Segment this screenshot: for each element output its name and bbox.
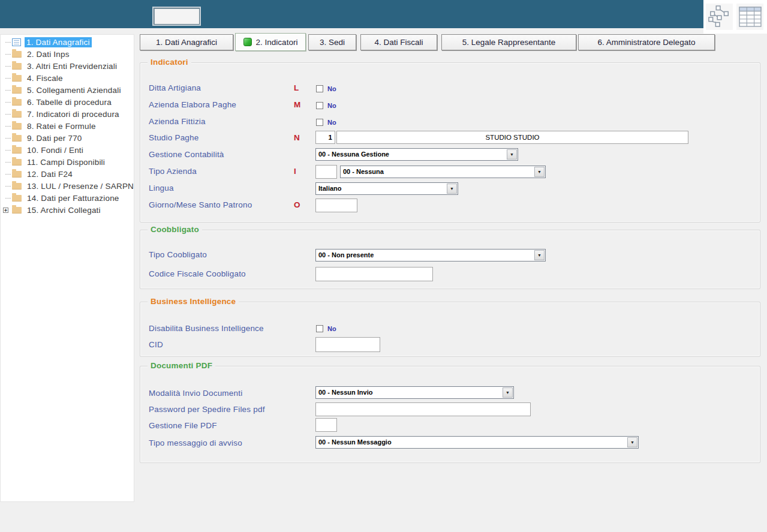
tab-5[interactable]: 5. Legale Rappresentante [441, 34, 576, 50]
folder-icon [12, 99, 22, 106]
tree-item-3[interactable]: 3. Altri Enti Previdenziali [1, 60, 134, 72]
section-indicatori: Indicatori Ditta Artigiana L No Azienda … [140, 62, 760, 223]
tab-bar: 1. Dati Anagrafici2. Indicatori3. Sedi4.… [140, 34, 727, 53]
tree-item-14[interactable]: 14. Dati per Fatturazione [1, 192, 134, 204]
tab-3[interactable]: 3. Sedi [308, 34, 356, 50]
chevron-down-icon[interactable]: ▼ [507, 149, 517, 160]
field-label-password-pdf: Password per Spedire Files pdf [149, 405, 265, 414]
tree-item-label: 12. Dati F24 [25, 169, 74, 179]
ditta-artigiana-checkbox[interactable] [316, 85, 323, 92]
password-pdf-input[interactable] [315, 402, 531, 416]
tree-item-10[interactable]: 10. Fondi / Enti [1, 144, 134, 156]
section-title: Coobbligato [148, 225, 202, 234]
active-tab-status-icon [243, 38, 252, 46]
tree-item-5[interactable]: 5. Collegamenti Aziendali [1, 84, 134, 96]
field-label-tipo-messaggio: Tipo messaggio di avviso [149, 438, 242, 447]
tree-connector [5, 54, 11, 55]
tab-2[interactable]: 2. Indicatori [235, 33, 306, 51]
chevron-down-icon[interactable]: ▼ [503, 387, 513, 398]
tree-item-11[interactable]: 11. Campi Disponibili [1, 156, 134, 168]
navigation-tree: 1. Dati Anagrafici2. Dati Inps3. Altri E… [0, 34, 134, 502]
chevron-down-icon[interactable]: ▼ [534, 250, 545, 260]
azienda-elabora-checkbox-label: No [327, 102, 336, 109]
chevron-down-icon[interactable]: ▼ [534, 167, 545, 177]
tree-connector [5, 186, 11, 187]
lingua-select[interactable]: Italiano ▼ [315, 182, 458, 195]
section-documenti-pdf: Documenti PDF Modalità Invio Documenti 0… [140, 366, 760, 463]
folder-icon [12, 75, 22, 82]
diagram-icon-button[interactable] [706, 4, 733, 30]
tree-list: 1. Dati Anagrafici2. Dati Inps3. Altri E… [1, 36, 134, 216]
folder-icon [12, 171, 22, 178]
chevron-down-icon[interactable]: ▼ [627, 437, 637, 447]
studio-paghe-name-input[interactable] [336, 131, 688, 144]
tree-connector [5, 174, 11, 175]
santo-patrono-input[interactable] [315, 199, 357, 212]
shortcut-letter-m: M [294, 100, 300, 109]
tab-label: 6. Amministratore Delegato [598, 38, 696, 47]
tree-item-12[interactable]: 12. Dati F24 [1, 168, 134, 180]
gestione-file-pdf-input[interactable] [315, 418, 337, 432]
folder-icon [12, 183, 22, 190]
tree-item-1[interactable]: 1. Dati Anagrafici [1, 36, 134, 48]
disabilita-bi-checkbox-label: No [327, 325, 336, 332]
tipo-messaggio-select[interactable]: 00 - Nessun Messaggio ▼ [315, 436, 639, 449]
chevron-down-icon[interactable]: ▼ [447, 184, 457, 194]
tree-item-6[interactable]: 6. Tabelle di procedura [1, 96, 134, 108]
tab-4[interactable]: 4. Dati Fiscali [360, 34, 437, 50]
window-tools [703, 0, 767, 34]
tree-item-label: 3. Altri Enti Previdenziali [25, 61, 119, 71]
field-label-lingua: Lingua [149, 184, 174, 193]
folder-icon [12, 111, 22, 118]
field-label-ditta-artigiana: Ditta Artigiana [149, 83, 201, 92]
tipo-azienda-value: 00 - Nessuna [341, 166, 534, 178]
azienda-fittizia-checkbox[interactable] [316, 119, 323, 126]
tipo-azienda-code-input[interactable] [315, 165, 337, 179]
field-label-azienda-elabora: Azienda Elabora Paghe [149, 100, 236, 109]
tree-item-7[interactable]: 7. Indicatori di procedura [1, 108, 134, 120]
tree-item-8[interactable]: 8. Ratei e Formule [1, 120, 134, 132]
table-icon-button[interactable] [736, 4, 763, 30]
tree-connector [5, 42, 11, 43]
tipo-messaggio-value: 00 - Nessun Messaggio [316, 437, 627, 448]
field-label-disabilita-bi: Disabilita Business Intelligence [149, 324, 264, 333]
tree-item-label: 5. Collegamenti Aziendali [25, 85, 123, 95]
tree-item-15[interactable]: +15. Archivi Collegati [1, 204, 134, 216]
tab-label: 1. Dati Anagrafici [156, 38, 217, 47]
folder-icon [12, 159, 22, 166]
tree-connector [5, 198, 11, 199]
studio-paghe-code-input[interactable] [315, 131, 335, 144]
tree-connector [5, 138, 11, 139]
tree-item-4[interactable]: 4. Fiscale [1, 72, 134, 84]
shortcut-letter-o: O [294, 200, 300, 209]
tree-item-13[interactable]: 13. LUL / Presenze / SARPNET [1, 180, 134, 192]
tree-item-label: 8. Ratei e Formule [25, 121, 98, 131]
section-title: Indicatori [148, 58, 191, 67]
tree-item-9[interactable]: 9. Dati per 770 [1, 132, 134, 144]
shortcut-letter-n: N [294, 133, 300, 142]
gestione-contabilita-value: 00 - Nessuna Gestione [316, 149, 506, 160]
modalita-invio-value: 00 - Nessun Invio [316, 387, 502, 398]
field-label-codice-fiscale: Codice Fiscale Coobligato [149, 269, 246, 278]
tipo-azienda-select[interactable]: 00 - Nessuna ▼ [340, 166, 546, 178]
azienda-elabora-checkbox[interactable] [316, 102, 323, 109]
gestione-contabilita-select[interactable]: 00 - Nessuna Gestione ▼ [315, 148, 518, 161]
folder-icon [12, 63, 22, 70]
modalita-invio-select[interactable]: 00 - Nessun Invio ▼ [315, 386, 514, 399]
tipo-coobligato-select[interactable]: 00 - Non presente ▼ [315, 249, 546, 262]
tree-item-label: 1. Dati Anagrafici [25, 37, 92, 47]
diagram-icon [708, 5, 731, 28]
application-window: 1. Dati Anagrafici2. Indicatori3. Sedi4.… [0, 0, 767, 532]
tab-6[interactable]: 6. Amministratore Delegato [578, 34, 715, 50]
expand-plus-icon[interactable]: + [3, 208, 8, 213]
tree-connector [5, 126, 11, 127]
codice-fiscale-input[interactable] [315, 267, 433, 281]
toolbar-input[interactable] [154, 8, 200, 25]
disabilita-bi-checkbox[interactable] [316, 325, 323, 332]
tipo-coobligato-value: 00 - Non presente [316, 250, 534, 261]
field-label-gestione-file-pdf: Gestione File PDF [149, 421, 217, 430]
tab-1[interactable]: 1. Dati Anagrafici [140, 34, 233, 50]
field-label-santo-patrono: Giorno/Mese Santo Patrono [149, 200, 252, 209]
tree-item-2[interactable]: 2. Dati Inps [1, 48, 134, 60]
cid-input[interactable] [315, 337, 380, 352]
